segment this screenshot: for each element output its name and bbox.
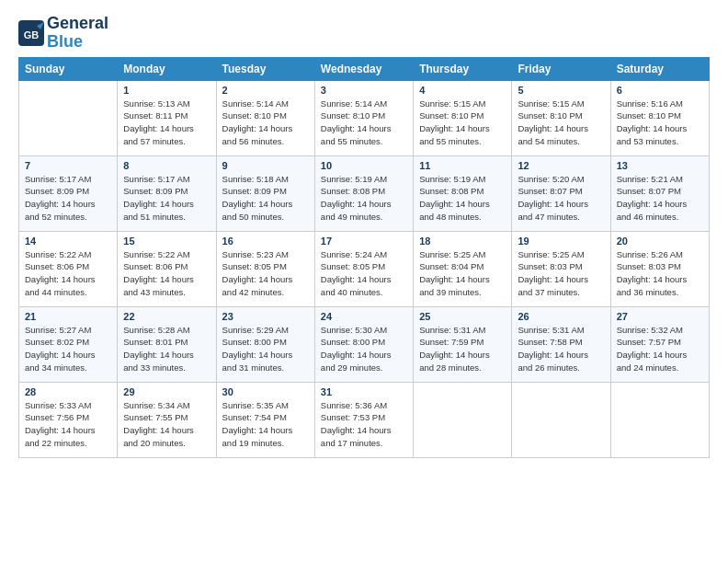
day-info: Sunrise: 5:34 AMSunset: 7:55 PMDaylight:… xyxy=(123,399,210,450)
calendar-week-row: 28Sunrise: 5:33 AMSunset: 7:56 PMDayligh… xyxy=(19,382,710,457)
calendar-cell: 21Sunrise: 5:27 AMSunset: 8:02 PMDayligh… xyxy=(19,306,118,382)
day-number: 16 xyxy=(222,236,309,247)
day-number: 6 xyxy=(617,85,703,96)
day-number: 31 xyxy=(321,386,407,397)
calendar-cell xyxy=(610,382,709,457)
calendar-cell: 11Sunrise: 5:19 AMSunset: 8:08 PMDayligh… xyxy=(414,155,512,231)
day-number: 26 xyxy=(518,311,604,322)
day-info: Sunrise: 5:28 AMSunset: 8:01 PMDaylight:… xyxy=(123,324,210,374)
day-info: Sunrise: 5:35 AMSunset: 7:54 PMDaylight:… xyxy=(222,399,309,450)
weekday-header-cell: Friday xyxy=(512,57,610,80)
weekday-header-row: SundayMondayTuesdayWednesdayThursdayFrid… xyxy=(19,57,710,80)
day-number: 17 xyxy=(321,236,407,247)
day-info: Sunrise: 5:19 AMSunset: 8:08 PMDaylight:… xyxy=(321,173,407,224)
calendar-week-row: 21Sunrise: 5:27 AMSunset: 8:02 PMDayligh… xyxy=(19,306,710,382)
header: GB GeneralBlue xyxy=(18,15,710,52)
calendar-cell xyxy=(512,382,610,457)
day-number: 4 xyxy=(419,85,506,96)
day-info: Sunrise: 5:16 AMSunset: 8:10 PMDaylight:… xyxy=(617,98,703,148)
day-info: Sunrise: 5:27 AMSunset: 8:02 PMDaylight:… xyxy=(25,324,111,374)
calendar-cell: 3Sunrise: 5:14 AMSunset: 8:10 PMDaylight… xyxy=(314,80,413,155)
day-number: 22 xyxy=(123,311,210,322)
day-info: Sunrise: 5:21 AMSunset: 8:07 PMDaylight:… xyxy=(617,173,703,224)
calendar-cell: 5Sunrise: 5:15 AMSunset: 8:10 PMDaylight… xyxy=(512,80,610,155)
calendar-cell: 18Sunrise: 5:25 AMSunset: 8:04 PMDayligh… xyxy=(414,231,512,306)
weekday-header-cell: Sunday xyxy=(19,57,118,80)
day-info: Sunrise: 5:30 AMSunset: 8:00 PMDaylight:… xyxy=(321,324,407,374)
day-info: Sunrise: 5:23 AMSunset: 8:05 PMDaylight:… xyxy=(222,248,309,299)
page: GB GeneralBlue SundayMondayTuesdayWednes… xyxy=(0,0,728,469)
calendar-cell: 28Sunrise: 5:33 AMSunset: 7:56 PMDayligh… xyxy=(19,382,118,457)
day-number: 25 xyxy=(419,311,506,322)
day-number: 30 xyxy=(222,386,309,397)
calendar-cell: 1Sunrise: 5:13 AMSunset: 8:11 PMDaylight… xyxy=(118,80,216,155)
day-info: Sunrise: 5:31 AMSunset: 7:58 PMDaylight:… xyxy=(518,324,604,374)
weekday-header-cell: Saturday xyxy=(610,57,709,80)
logo: GB GeneralBlue xyxy=(18,15,108,52)
calendar-cell: 7Sunrise: 5:17 AMSunset: 8:09 PMDaylight… xyxy=(19,155,118,231)
svg-text:GB: GB xyxy=(24,29,40,40)
day-number: 28 xyxy=(25,386,111,397)
day-info: Sunrise: 5:20 AMSunset: 8:07 PMDaylight:… xyxy=(518,173,604,224)
calendar-cell: 15Sunrise: 5:22 AMSunset: 8:06 PMDayligh… xyxy=(118,231,216,306)
calendar-cell: 14Sunrise: 5:22 AMSunset: 8:06 PMDayligh… xyxy=(19,231,118,306)
day-info: Sunrise: 5:14 AMSunset: 8:10 PMDaylight:… xyxy=(321,98,407,148)
calendar-cell: 30Sunrise: 5:35 AMSunset: 7:54 PMDayligh… xyxy=(216,382,314,457)
calendar-cell: 23Sunrise: 5:29 AMSunset: 8:00 PMDayligh… xyxy=(216,306,314,382)
day-info: Sunrise: 5:22 AMSunset: 8:06 PMDaylight:… xyxy=(25,248,111,299)
calendar-cell: 29Sunrise: 5:34 AMSunset: 7:55 PMDayligh… xyxy=(118,382,216,457)
day-info: Sunrise: 5:17 AMSunset: 8:09 PMDaylight:… xyxy=(25,173,111,224)
day-number: 27 xyxy=(617,311,703,322)
calendar-week-row: 14Sunrise: 5:22 AMSunset: 8:06 PMDayligh… xyxy=(19,231,710,306)
day-number: 9 xyxy=(222,160,309,171)
calendar-cell: 22Sunrise: 5:28 AMSunset: 8:01 PMDayligh… xyxy=(118,306,216,382)
day-info: Sunrise: 5:31 AMSunset: 7:59 PMDaylight:… xyxy=(419,324,506,374)
day-number: 2 xyxy=(222,85,309,96)
day-number: 20 xyxy=(617,236,703,247)
day-info: Sunrise: 5:25 AMSunset: 8:04 PMDaylight:… xyxy=(419,248,506,299)
day-number: 14 xyxy=(25,236,111,247)
day-number: 10 xyxy=(321,160,407,171)
calendar-cell: 16Sunrise: 5:23 AMSunset: 8:05 PMDayligh… xyxy=(216,231,314,306)
day-number: 29 xyxy=(123,386,210,397)
calendar-cell: 19Sunrise: 5:25 AMSunset: 8:03 PMDayligh… xyxy=(512,231,610,306)
day-number: 13 xyxy=(617,160,703,171)
calendar-week-row: 1Sunrise: 5:13 AMSunset: 8:11 PMDaylight… xyxy=(19,80,710,155)
calendar-cell xyxy=(19,80,118,155)
calendar-cell: 6Sunrise: 5:16 AMSunset: 8:10 PMDaylight… xyxy=(610,80,709,155)
calendar-body: 1Sunrise: 5:13 AMSunset: 8:11 PMDaylight… xyxy=(19,80,710,457)
day-info: Sunrise: 5:19 AMSunset: 8:08 PMDaylight:… xyxy=(419,173,506,224)
weekday-header-cell: Wednesday xyxy=(314,57,413,80)
day-info: Sunrise: 5:29 AMSunset: 8:00 PMDaylight:… xyxy=(222,324,309,374)
day-number: 5 xyxy=(518,85,604,96)
calendar: SundayMondayTuesdayWednesdayThursdayFrid… xyxy=(18,57,710,458)
calendar-cell: 9Sunrise: 5:18 AMSunset: 8:09 PMDaylight… xyxy=(216,155,314,231)
day-info: Sunrise: 5:15 AMSunset: 8:10 PMDaylight:… xyxy=(419,98,506,148)
calendar-cell: 10Sunrise: 5:19 AMSunset: 8:08 PMDayligh… xyxy=(314,155,413,231)
day-number: 19 xyxy=(518,236,604,247)
day-info: Sunrise: 5:17 AMSunset: 8:09 PMDaylight:… xyxy=(123,173,210,224)
day-number: 7 xyxy=(25,160,111,171)
day-number: 18 xyxy=(419,236,506,247)
calendar-week-row: 7Sunrise: 5:17 AMSunset: 8:09 PMDaylight… xyxy=(19,155,710,231)
day-info: Sunrise: 5:14 AMSunset: 8:10 PMDaylight:… xyxy=(222,98,309,148)
day-number: 23 xyxy=(222,311,309,322)
day-number: 3 xyxy=(321,85,407,96)
day-info: Sunrise: 5:32 AMSunset: 7:57 PMDaylight:… xyxy=(617,324,703,374)
weekday-header-cell: Thursday xyxy=(414,57,512,80)
weekday-header-cell: Monday xyxy=(118,57,216,80)
day-info: Sunrise: 5:15 AMSunset: 8:10 PMDaylight:… xyxy=(518,98,604,148)
calendar-cell: 4Sunrise: 5:15 AMSunset: 8:10 PMDaylight… xyxy=(414,80,512,155)
calendar-cell: 12Sunrise: 5:20 AMSunset: 8:07 PMDayligh… xyxy=(512,155,610,231)
day-info: Sunrise: 5:26 AMSunset: 8:03 PMDaylight:… xyxy=(617,248,703,299)
calendar-cell: 24Sunrise: 5:30 AMSunset: 8:00 PMDayligh… xyxy=(314,306,413,382)
calendar-cell: 25Sunrise: 5:31 AMSunset: 7:59 PMDayligh… xyxy=(414,306,512,382)
day-number: 21 xyxy=(25,311,111,322)
calendar-cell: 31Sunrise: 5:36 AMSunset: 7:53 PMDayligh… xyxy=(314,382,413,457)
day-number: 12 xyxy=(518,160,604,171)
logo-text: GeneralBlue xyxy=(47,15,108,52)
day-number: 1 xyxy=(123,85,210,96)
day-info: Sunrise: 5:22 AMSunset: 8:06 PMDaylight:… xyxy=(123,248,210,299)
calendar-cell: 27Sunrise: 5:32 AMSunset: 7:57 PMDayligh… xyxy=(610,306,709,382)
day-info: Sunrise: 5:36 AMSunset: 7:53 PMDaylight:… xyxy=(321,399,407,450)
